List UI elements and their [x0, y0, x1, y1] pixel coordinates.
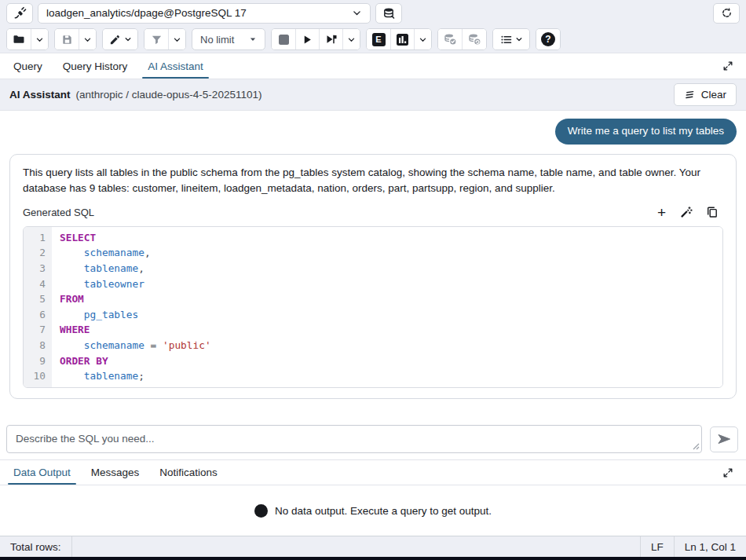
- execute-query-button[interactable]: [295, 29, 319, 49]
- status-divider: [71, 536, 72, 557]
- sql-line-number: 2: [27, 245, 46, 261]
- help-group: ?: [536, 28, 561, 50]
- chevron-down-icon: [35, 35, 44, 44]
- new-connection-button[interactable]: [375, 3, 402, 24]
- sql-code-line: pg_tables: [60, 307, 722, 323]
- assistant-response-text: This query lists all tables in the publi…: [23, 165, 714, 196]
- execute-script-button[interactable]: [319, 29, 342, 49]
- sql-line-number: 6: [27, 307, 46, 323]
- save-file-dropdown[interactable]: [79, 29, 96, 49]
- filter-group: [144, 28, 186, 50]
- info-icon: i: [254, 504, 268, 518]
- tab-ai-assistant[interactable]: AI Assistant: [137, 53, 214, 79]
- stop-square-icon: [279, 35, 289, 45]
- open-file-group: [6, 28, 49, 50]
- data-output-empty-state: i No data output. Execute a query to get…: [0, 485, 746, 536]
- rollback-button[interactable]: [462, 29, 486, 49]
- sql-code-line: FROM: [60, 291, 722, 307]
- row-limit-select[interactable]: No limit: [192, 28, 265, 50]
- commit-button[interactable]: [438, 29, 462, 49]
- empty-output-message: No data output. Execute a query to get o…: [275, 505, 492, 517]
- help-button[interactable]: ?: [536, 29, 560, 49]
- explain-group: E: [366, 28, 432, 50]
- folder-icon: [13, 33, 25, 46]
- copy-icon: [706, 206, 719, 218]
- magic-wand-icon: [679, 206, 693, 219]
- expand-panel-button[interactable]: [719, 57, 737, 75]
- reset-layout-button[interactable]: [713, 3, 740, 24]
- sql-code-line: schemaname,: [60, 245, 722, 261]
- send-arrow-icon: [717, 433, 732, 445]
- tab-query-history[interactable]: Query History: [53, 53, 138, 79]
- triangle-down-icon: [249, 35, 257, 43]
- explain-analyze-button[interactable]: [390, 29, 414, 49]
- sql-code-line: tablename;: [60, 368, 722, 384]
- connection-selector[interactable]: loadgen_analytics/dpage@PostgreSQL 17: [38, 3, 371, 24]
- sql-code-line: WHERE: [60, 322, 722, 338]
- database-icon: [382, 7, 395, 20]
- tab-notifications[interactable]: Notifications: [149, 460, 228, 485]
- chevron-down-icon: [124, 35, 132, 43]
- cursor-position: Ln 1, Col 1: [675, 536, 746, 557]
- generated-sql-actions: +: [657, 205, 723, 220]
- row-limit-value: No limit: [200, 34, 234, 46]
- execute-group: [271, 28, 360, 50]
- query-toolbar: No limit: [0, 26, 746, 53]
- ai-assistant-model: (anthropic / claude-opus-4-5-20251101): [76, 89, 262, 101]
- explain-options-dropdown[interactable]: [414, 29, 431, 49]
- sql-line-number: 1: [27, 230, 46, 246]
- play-icon: [302, 34, 313, 46]
- prompt-input[interactable]: [6, 425, 702, 453]
- sql-gutter: 12345678910: [24, 227, 52, 387]
- chevron-down-icon: [419, 35, 427, 44]
- macros-menu-button[interactable]: [493, 29, 529, 49]
- save-file-button[interactable]: [55, 29, 79, 49]
- ai-assistant-header: AI Assistant (anthropic / claude-opus-4-…: [0, 79, 746, 111]
- user-message-bubble: Write me a query to list my tables: [555, 119, 737, 145]
- sql-line-number: 3: [27, 261, 46, 276]
- ai-chat-area: Write me a query to list my tables This …: [0, 111, 746, 423]
- filter-button[interactable]: [144, 29, 168, 49]
- send-prompt-button[interactable]: [710, 426, 738, 452]
- save-floppy-icon: [61, 34, 73, 46]
- chevron-down-icon: [347, 35, 356, 44]
- edit-menu-button[interactable]: [103, 29, 137, 49]
- filter-dropdown[interactable]: [168, 29, 185, 49]
- sql-line-number: 9: [27, 353, 46, 369]
- help-question-icon: ?: [541, 32, 555, 46]
- refine-sql-button[interactable]: [679, 206, 693, 219]
- chevron-down-icon: [83, 35, 92, 44]
- sql-line-number: 4: [27, 276, 46, 292]
- copy-sql-button[interactable]: [706, 206, 719, 218]
- clear-lines-icon: [684, 90, 696, 100]
- commit-database-check-icon: [443, 33, 457, 46]
- open-file-dropdown[interactable]: [31, 29, 48, 49]
- sql-line-number: 8: [27, 338, 46, 353]
- edit-group: [102, 28, 138, 50]
- explain-e-icon: E: [372, 33, 386, 46]
- clear-chat-button[interactable]: Clear: [674, 83, 737, 106]
- clear-button-label: Clear: [701, 89, 726, 101]
- tab-data-output[interactable]: Data Output: [3, 460, 81, 485]
- expand-output-button[interactable]: [719, 464, 737, 481]
- editor-tab-row: Query Query History AI Assistant: [0, 53, 746, 79]
- expand-arrows-icon: [722, 60, 733, 71]
- insert-sql-button[interactable]: +: [657, 205, 666, 220]
- tab-messages[interactable]: Messages: [81, 460, 150, 485]
- transaction-group: [437, 28, 487, 50]
- prompt-row: [0, 423, 746, 459]
- sql-code-line: schemaname = 'public': [60, 338, 722, 353]
- list-menu-icon: [500, 34, 512, 46]
- pencil-edit-icon: [109, 34, 121, 46]
- execute-options-dropdown[interactable]: [342, 29, 360, 49]
- stop-button[interactable]: [272, 29, 295, 49]
- sql-code-line: ORDER BY: [60, 353, 722, 369]
- generated-sql-label: Generated SQL: [23, 207, 94, 218]
- prompt-input-wrap: [6, 425, 702, 453]
- query-tool-connection-button[interactable]: [6, 3, 33, 24]
- explain-button[interactable]: E: [367, 29, 390, 49]
- output-tab-row: Data Output Messages Notifications: [0, 459, 746, 485]
- sql-line-number: 10: [27, 368, 46, 384]
- open-file-button[interactable]: [7, 29, 31, 49]
- tab-query[interactable]: Query: [3, 53, 53, 79]
